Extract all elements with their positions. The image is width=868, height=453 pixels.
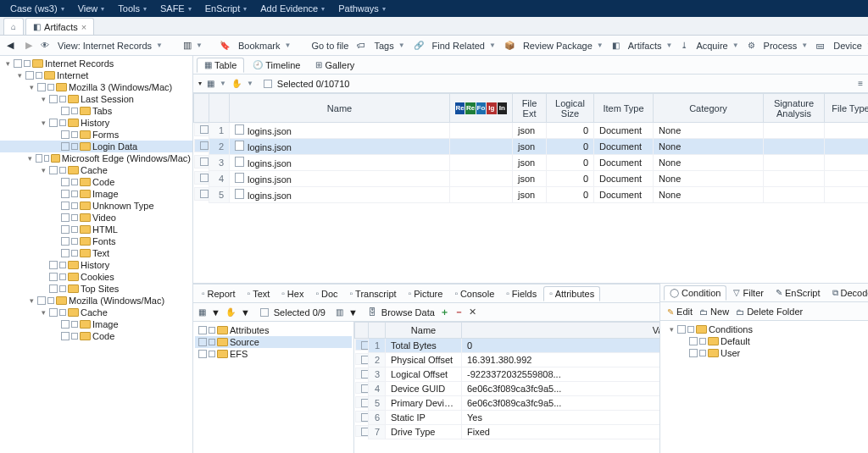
app-tab-artifacts[interactable]: ◧ Artifacts × bbox=[25, 18, 94, 35]
col-Signature Analysis[interactable]: Signature Analysis bbox=[764, 94, 825, 123]
col-Name[interactable]: Name bbox=[230, 94, 450, 123]
remove-icon[interactable]: － bbox=[454, 306, 464, 318]
checkbox[interactable] bbox=[61, 249, 70, 257]
tree-item[interactable]: Login Data bbox=[0, 141, 192, 152]
bottom-tab-attributes[interactable]: ▫Attributes bbox=[543, 286, 600, 301]
cond-tab-decode[interactable]: ⧉Decode bbox=[827, 286, 868, 300]
checkbox[interactable] bbox=[49, 166, 58, 174]
acquire-button[interactable]: Acquire▼ bbox=[693, 39, 742, 52]
bookmark-button[interactable]: Bookmark▼ bbox=[235, 39, 294, 52]
expand-icon[interactable]: ▾ bbox=[39, 166, 47, 174]
menu-case-ws3-[interactable]: Case (ws3)▾ bbox=[3, 3, 71, 14]
view-selector[interactable]: View: Internet Records▼ bbox=[54, 39, 166, 52]
checkbox[interactable] bbox=[37, 296, 46, 305]
row-checkbox[interactable] bbox=[361, 428, 369, 436]
attr-tree-item[interactable]: EFS bbox=[195, 348, 352, 360]
checkbox[interactable] bbox=[689, 337, 698, 345]
tree-item[interactable]: Tabs bbox=[0, 105, 192, 117]
checkbox[interactable] bbox=[61, 130, 70, 139]
records-tree-pane[interactable]: ▾Internet Records▾Internet▾Mozilla 3 (Wi… bbox=[0, 56, 193, 453]
new-button[interactable]: 🗀 New bbox=[699, 307, 729, 317]
checkbox[interactable] bbox=[61, 178, 70, 186]
expand-icon[interactable]: ▾ bbox=[15, 71, 24, 80]
bottom-tab-fields[interactable]: ▫Fields bbox=[501, 287, 542, 301]
view-tab-timeline[interactable]: 🕘Timeline bbox=[246, 58, 307, 72]
tree-item[interactable]: ▾Cache bbox=[0, 307, 192, 318]
menu-safe[interactable]: SAFE▾ bbox=[153, 3, 198, 14]
tree-item[interactable]: Code bbox=[0, 176, 192, 188]
hand-icon[interactable]: ✋ bbox=[225, 307, 236, 317]
row-checkbox[interactable] bbox=[200, 190, 209, 198]
tree-item[interactable]: Forms bbox=[0, 129, 192, 141]
view-tab-table[interactable]: ▦Table bbox=[197, 58, 244, 73]
tree-item[interactable]: Code bbox=[0, 330, 192, 342]
tree-item[interactable]: Top Sites bbox=[0, 283, 192, 295]
checkbox[interactable] bbox=[49, 95, 58, 103]
add-icon[interactable]: ＋ bbox=[440, 306, 449, 318]
close-icon[interactable]: ✕ bbox=[469, 307, 476, 318]
tree-item[interactable]: ▾History bbox=[0, 117, 192, 129]
col-chk[interactable] bbox=[209, 94, 230, 123]
row-checkbox[interactable] bbox=[200, 174, 209, 182]
attr-tree-item[interactable]: Source bbox=[195, 336, 352, 348]
tree-item[interactable]: ▾Cache bbox=[0, 164, 192, 176]
tree-item[interactable]: Image bbox=[0, 318, 192, 330]
col-badges[interactable]: ReReFoIgIn bbox=[450, 94, 513, 123]
expand-icon[interactable]: ▾ bbox=[39, 119, 47, 127]
checkbox[interactable] bbox=[49, 119, 58, 127]
checkbox[interactable] bbox=[61, 202, 70, 210]
checkbox[interactable] bbox=[61, 237, 70, 246]
tree-item[interactable]: ▾Mozilla 3 (Windows/Mac) bbox=[0, 81, 192, 93]
row-checkbox[interactable] bbox=[200, 125, 209, 134]
tree-item[interactable]: ▾Last Session bbox=[0, 93, 192, 105]
attr-tree-item[interactable]: Attributes bbox=[195, 324, 352, 336]
bottom-tab-picture[interactable]: ▫Picture bbox=[403, 287, 448, 301]
view-tab-gallery[interactable]: ⊞Gallery bbox=[309, 58, 361, 72]
expand-icon[interactable]: ▾ bbox=[3, 59, 12, 68]
bottom-tab-transcript[interactable]: ▫Transcript bbox=[345, 287, 402, 301]
device-button[interactable]: Device▼ bbox=[830, 39, 868, 52]
grid-icon[interactable]: ▦ bbox=[207, 79, 214, 88]
expand-icon[interactable]: ▾ bbox=[27, 83, 36, 91]
table-row[interactable]: 2logins.jsonjson0DocumentNone bbox=[194, 139, 869, 155]
cond-tab-condition[interactable]: ◯Condition bbox=[664, 285, 726, 301]
table-row[interactable]: 1logins.jsonjson0DocumentNone bbox=[194, 123, 869, 139]
menu-tools[interactable]: Tools▾ bbox=[111, 3, 153, 14]
attr-col[interactable] bbox=[369, 323, 386, 339]
bottom-tab-doc[interactable]: ▫Doc bbox=[310, 287, 342, 301]
row-checkbox[interactable] bbox=[361, 413, 369, 422]
expand-icon[interactable]: ▾ bbox=[667, 325, 676, 334]
tags-button[interactable]: Tags▼ bbox=[370, 39, 408, 52]
row-checkbox[interactable] bbox=[200, 157, 209, 166]
attributes-tree[interactable]: AttributesSourceEFS bbox=[193, 322, 354, 453]
tree-item[interactable]: ▾Internet bbox=[0, 69, 192, 81]
select-all-checkbox[interactable] bbox=[260, 308, 269, 317]
table-row[interactable]: 4logins.jsonjson0DocumentNone bbox=[194, 171, 869, 187]
attr-col[interactable]: Name bbox=[386, 323, 462, 339]
tree-item[interactable]: ▾Conditions bbox=[664, 323, 865, 335]
checkbox[interactable] bbox=[198, 326, 207, 334]
col-chk[interactable] bbox=[194, 94, 209, 123]
checkbox[interactable] bbox=[198, 350, 207, 358]
menu-pathways[interactable]: Pathways▾ bbox=[331, 3, 392, 14]
table-row[interactable]: 3logins.jsonjson0DocumentNone bbox=[194, 155, 869, 171]
hand-icon[interactable]: ✋ bbox=[231, 79, 242, 88]
goto-file-button[interactable]: Go to file bbox=[308, 39, 352, 52]
row-checkbox[interactable] bbox=[200, 141, 209, 150]
checkbox[interactable] bbox=[61, 190, 70, 198]
bottom-tab-report[interactable]: ▫Report bbox=[197, 287, 241, 301]
row-checkbox[interactable] bbox=[361, 356, 369, 364]
col-Logical Size[interactable]: Logical Size bbox=[547, 94, 594, 123]
tree-item[interactable]: ▾Internet Records bbox=[0, 58, 192, 69]
find-related-button[interactable]: Find Related▼ bbox=[429, 39, 499, 52]
back-button[interactable]: ◀ bbox=[3, 38, 17, 52]
checkbox[interactable] bbox=[37, 83, 46, 91]
cond-tab-enscript[interactable]: ✎EnScript bbox=[771, 286, 826, 300]
checkbox[interactable] bbox=[61, 332, 70, 340]
checkbox[interactable] bbox=[25, 71, 34, 80]
row-checkbox[interactable] bbox=[361, 384, 369, 393]
results-table[interactable]: NameReReFoIgInFile ExtLogical SizeItem T… bbox=[193, 93, 868, 203]
cond-tab-filter[interactable]: ▽Filter bbox=[728, 286, 768, 300]
menu-view[interactable]: View▾ bbox=[71, 3, 112, 14]
checkbox[interactable] bbox=[49, 273, 58, 281]
